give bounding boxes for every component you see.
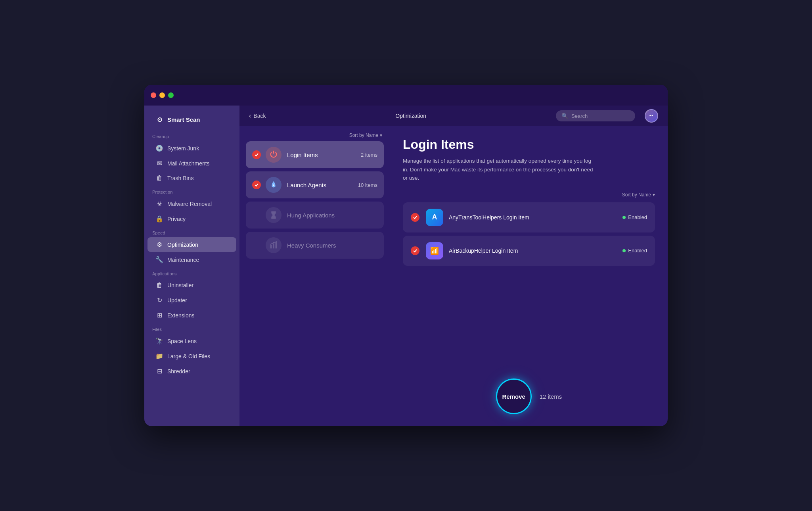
remove-label: Remove — [502, 393, 525, 400]
mail-icon: ✉ — [155, 159, 163, 167]
search-bar[interactable]: 🔍 — [556, 110, 635, 121]
sidebar-item-optimization[interactable]: ⚙ Optimization — [147, 237, 236, 252]
back-label: Back — [253, 113, 266, 119]
maintenance-icon: 🔧 — [155, 256, 163, 263]
close-button[interactable] — [151, 92, 156, 98]
left-sort-bar: Sort by Name ▾ — [246, 133, 384, 141]
anytrans-app-name: AnyTransToolHelpers Login Item — [449, 214, 622, 221]
launch-agents-label: Launch Agents — [287, 182, 358, 188]
sidebar-category-protection: Protection — [144, 186, 239, 196]
search-input[interactable] — [571, 113, 630, 119]
right-sort-button[interactable]: Sort by Name ▾ — [622, 192, 655, 198]
content-panels: Sort by Name ▾ — [239, 126, 668, 426]
privacy-icon: 🔒 — [155, 215, 163, 223]
sidebar-category-speed: Speed — [144, 227, 239, 237]
list-item-hung-applications[interactable]: Hung Applications — [246, 202, 384, 229]
sidebar-item-malware-removal[interactable]: ☣ Malware Removal — [147, 196, 236, 211]
back-button[interactable]: ‹ Back — [249, 112, 266, 119]
hourglass-icon — [269, 211, 278, 219]
sidebar-label-space-lens: Space Lens — [167, 338, 197, 344]
svg-rect-2 — [273, 243, 274, 248]
svg-rect-1 — [270, 245, 272, 248]
hung-apps-icon — [266, 207, 282, 223]
app-window: ⊙ Smart Scan Cleanup 💿 System Junk ✉ Mai… — [144, 85, 668, 426]
system-junk-icon: 💿 — [155, 144, 163, 152]
section-description: Manage the list of applications that get… — [403, 157, 593, 182]
sidebar-label-smart-scan: Smart Scan — [167, 116, 200, 123]
sidebar-label-updater: Updater — [167, 297, 187, 304]
sidebar-label-system-junk: System Junk — [167, 145, 199, 152]
sidebar-label-extensions: Extensions — [167, 312, 194, 319]
sidebar: ⊙ Smart Scan Cleanup 💿 System Junk ✉ Mai… — [144, 106, 239, 426]
smart-scan-icon: ⊙ — [155, 116, 163, 123]
sidebar-item-shredder[interactable]: ⊟ Shredder — [147, 364, 236, 378]
sort-chevron-icon: ▾ — [380, 133, 382, 138]
right-sort-label: Sort by Name — [622, 192, 651, 198]
svg-rect-3 — [276, 242, 277, 249]
list-item-heavy-consumers[interactable]: Heavy Consumers — [246, 232, 384, 259]
app-row-anytrans[interactable]: A AnyTransToolHelpers Login Item Enabled — [403, 202, 655, 232]
airbackup-app-icon: 📶 — [426, 242, 443, 259]
list-item-launch-agents[interactable]: Launch Agents 10 items — [246, 171, 384, 198]
optimization-icon: ⚙ — [155, 241, 163, 248]
sidebar-category-files: Files — [144, 323, 239, 333]
sidebar-label-maintenance: Maintenance — [167, 257, 199, 263]
check-icon — [254, 152, 259, 157]
back-chevron-icon: ‹ — [249, 112, 251, 119]
list-item-login-items[interactable]: Login Items 2 items — [246, 141, 384, 168]
remove-count-label: 12 items — [540, 393, 562, 400]
remove-button[interactable]: Remove — [496, 378, 532, 414]
anytrans-icon-text: A — [432, 213, 437, 221]
sidebar-label-uninstaller: Uninstaller — [167, 282, 193, 288]
heavy-consumers-label: Heavy Consumers — [287, 242, 377, 249]
sidebar-item-updater[interactable]: ↻ Updater — [147, 293, 236, 307]
chart-icon — [269, 241, 278, 250]
maximize-button[interactable] — [168, 92, 174, 98]
airbackup-check — [411, 246, 419, 255]
sidebar-item-trash-bins[interactable]: 🗑 Trash Bins — [147, 171, 236, 185]
svg-point-0 — [273, 184, 274, 186]
left-sort-button[interactable]: Sort by Name ▾ — [349, 133, 382, 138]
uninstaller-icon: 🗑 — [155, 282, 163, 289]
sidebar-item-smart-scan[interactable]: ⊙ Smart Scan — [147, 112, 236, 127]
anytrans-status-dot — [622, 216, 626, 219]
app-row-airbackup[interactable]: 📶 AirBackupHelper Login Item Enabled — [403, 236, 655, 266]
sidebar-item-privacy[interactable]: 🔒 Privacy — [147, 211, 236, 226]
hung-apps-label: Hung Applications — [287, 212, 377, 219]
sidebar-label-optimization: Optimization — [167, 242, 198, 248]
sort-label: Sort by Name — [349, 133, 378, 138]
launch-agents-icon — [266, 177, 282, 193]
page-title: Optimization — [272, 113, 550, 119]
sidebar-label-malware-removal: Malware Removal — [167, 201, 212, 207]
sidebar-item-system-junk[interactable]: 💿 System Junk — [147, 141, 236, 156]
sidebar-item-mail-attachments[interactable]: ✉ Mail Attachments — [147, 156, 236, 171]
anytrans-app-icon: A — [426, 209, 443, 226]
heavy-consumers-icon — [266, 237, 282, 253]
bottom-action-bar: Remove 12 items — [390, 378, 668, 414]
anytrans-status: Enabled — [622, 214, 647, 220]
sidebar-item-uninstaller[interactable]: 🗑 Uninstaller — [147, 278, 236, 292]
title-bar — [144, 85, 668, 106]
login-items-label: Login Items — [287, 152, 361, 158]
sidebar-item-extensions[interactable]: ⊞ Extensions — [147, 308, 236, 323]
anytrans-check — [411, 213, 419, 222]
sidebar-category-applications: Applications — [144, 267, 239, 278]
avatar-button[interactable]: •• — [645, 109, 658, 123]
minimize-button[interactable] — [159, 92, 165, 98]
airbackup-status-label: Enabled — [628, 248, 647, 254]
airbackup-icon-text: 📶 — [430, 246, 439, 255]
sidebar-item-large-old-files[interactable]: 📁 Large & Old Files — [147, 349, 236, 363]
check-icon — [254, 182, 259, 187]
airbackup-status-dot — [622, 249, 626, 252]
sidebar-item-maintenance[interactable]: 🔧 Maintenance — [147, 252, 236, 267]
login-items-count: 2 items — [361, 152, 377, 158]
avatar-dots-icon: •• — [649, 113, 653, 119]
sidebar-label-privacy: Privacy — [167, 216, 186, 222]
sidebar-item-space-lens[interactable]: 🔭 Space Lens — [147, 334, 236, 348]
content-area: ‹ Back Optimization 🔍 •• S — [239, 106, 668, 426]
large-files-icon: 📁 — [155, 352, 163, 360]
search-icon: 🔍 — [561, 113, 568, 119]
sidebar-label-large-old-files: Large & Old Files — [167, 353, 210, 359]
anytrans-status-label: Enabled — [628, 214, 647, 220]
check-icon — [413, 215, 417, 220]
